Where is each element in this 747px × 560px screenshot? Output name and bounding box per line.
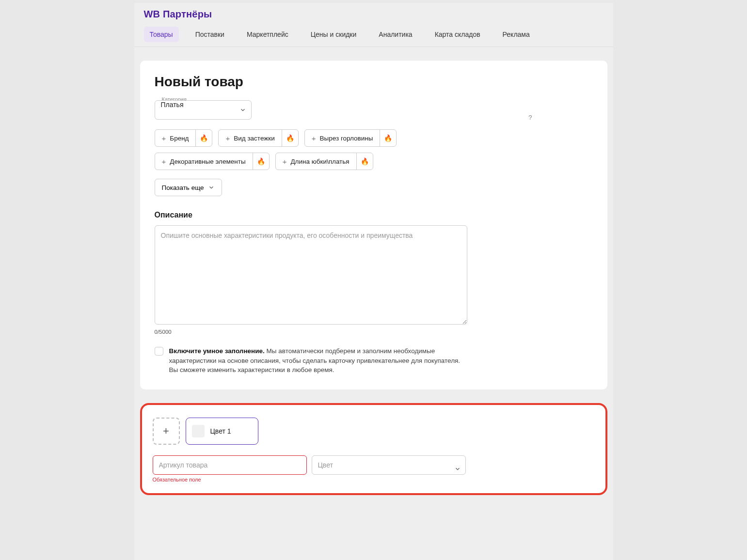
color-swatch (192, 425, 205, 437)
description-heading: Описание (155, 211, 593, 219)
description-textarea[interactable] (155, 225, 467, 325)
fire-icon: 🔥 (282, 130, 298, 146)
category-select[interactable]: Платья (155, 100, 252, 120)
plus-icon: + (162, 135, 166, 142)
new-product-card: Новый товар Категория Платья +Бренд 🔥 +В… (140, 61, 607, 389)
smart-fill-checkbox[interactable] (155, 347, 163, 356)
fire-icon: 🔥 (253, 153, 269, 170)
fire-icon: 🔥 (380, 130, 396, 146)
chip-length[interactable]: +Длина юбки\платья 🔥 (275, 153, 373, 170)
tab-supplies[interactable]: Поставки (190, 27, 230, 42)
tab-products[interactable]: Товары (144, 27, 179, 42)
plus-icon: + (312, 135, 316, 142)
variant-section: + Цвет 1 Обязательное поле (140, 403, 607, 495)
fire-icon: 🔥 (195, 130, 212, 146)
tab-marketplace[interactable]: Маркетплейс (241, 27, 294, 42)
chevron-down-icon (208, 184, 215, 191)
help-icon[interactable]: ? (528, 114, 532, 121)
add-variant-button[interactable]: + (153, 418, 180, 445)
category-value: Платья (161, 101, 184, 109)
fire-icon: 🔥 (356, 153, 373, 170)
sku-error: Обязательное поле (153, 477, 307, 482)
char-counter: 0/5000 (155, 329, 593, 335)
chip-brand[interactable]: +Бренд 🔥 (155, 129, 213, 147)
smart-fill-text: Включите умное заполнение. Мы автоматиче… (169, 346, 465, 375)
variant-color-card[interactable]: Цвет 1 (186, 418, 258, 445)
plus-icon: + (162, 158, 166, 165)
color-input[interactable] (312, 455, 466, 475)
chevron-down-icon (239, 107, 246, 113)
chip-decor[interactable]: +Декоративные элементы 🔥 (155, 153, 270, 170)
chip-neckline[interactable]: +Вырез горловины 🔥 (304, 129, 397, 147)
sku-input[interactable] (153, 455, 307, 475)
tab-prices[interactable]: Цены и скидки (305, 27, 363, 42)
page-title: Новый товар (155, 74, 593, 90)
tab-advertising[interactable]: Реклама (497, 27, 536, 42)
plus-icon: + (283, 158, 287, 165)
show-more-button[interactable]: Показать еще (155, 179, 222, 196)
plus-icon: + (225, 135, 230, 142)
app-logo: WB Партнёры (144, 9, 604, 20)
attribute-chips: +Бренд 🔥 +Вид застежки 🔥 +Вырез горловин… (155, 129, 470, 170)
variant-color-label: Цвет 1 (210, 427, 231, 435)
nav-tabs: Товары Поставки Маркетплейс Цены и скидк… (144, 27, 604, 47)
tab-warehouse-map[interactable]: Карта складов (429, 27, 486, 42)
plus-icon: + (163, 425, 169, 437)
tab-analytics[interactable]: Аналитика (373, 27, 418, 42)
chip-fastener[interactable]: +Вид застежки 🔥 (218, 129, 298, 147)
